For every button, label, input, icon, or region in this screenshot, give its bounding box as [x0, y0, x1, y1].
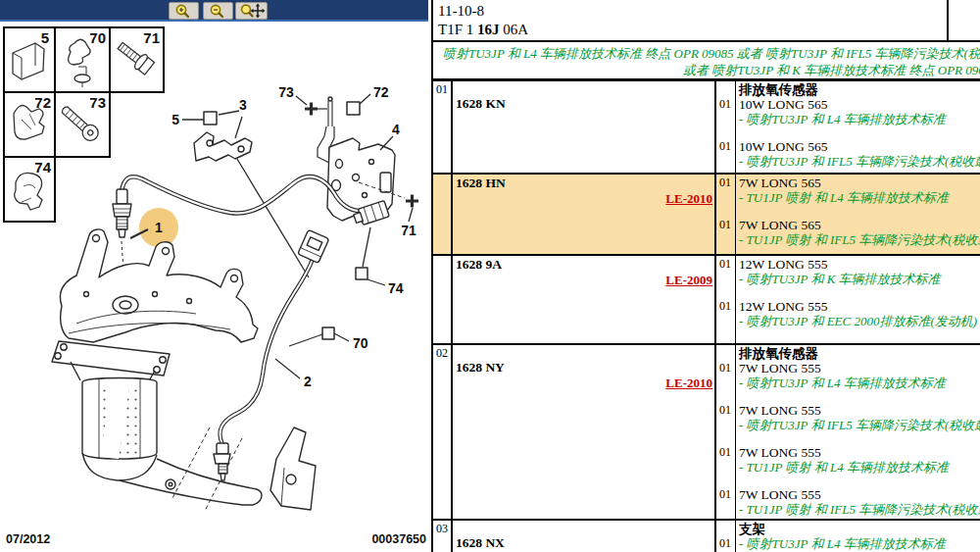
le-bulletin-link[interactable]: LE-2010	[433, 191, 714, 207]
row-list: 017W LONG 565 - TU1JP 喷射 和 L4 车辆排放技术标准 0…	[716, 176, 980, 247]
zoom-out-icon	[207, 3, 230, 19]
quantity: 01	[719, 403, 731, 418]
condition: - 喷射TU3JP 和 EEC 2000排放标准(发动机) 和 K 车辆排放技术…	[716, 314, 980, 328]
le-bulletin-link[interactable]: LE-2010	[433, 376, 714, 391]
part-row: 017W LONG 555 - TU1JP 喷射 和 L4 车辆排放技术标准	[716, 445, 980, 475]
part-name: 7W LONG 555	[739, 445, 821, 460]
part-name: 7W LONG 565	[739, 218, 821, 232]
condition: - 喷射TU3JP 和 K 车辆排放技术标准	[716, 272, 980, 286]
part-cell: 02 1628 NY LE-2010	[433, 345, 714, 519]
thumb-label-73: 73	[89, 94, 106, 111]
callout-5: 5	[172, 112, 179, 127]
condition: - TU1JP 喷射 和 L4 车辆排放技术标准	[716, 460, 980, 475]
callout-73: 73	[278, 84, 294, 100]
part-name: 7W LONG 555	[739, 487, 821, 502]
section-header: 排放氧传感器	[716, 82, 980, 97]
catalog-subcode: T1F 1 16J 06A	[438, 21, 980, 39]
part-line: 017W LONG 555	[716, 361, 980, 376]
part-row: 01- 喷射TU3JP 和 L4 车辆排放技术标准	[716, 536, 980, 551]
part-line: 0110W LONG 565	[716, 97, 980, 112]
parts-section: 1628 9A LE-2009 0112W LONG 555 - 喷射TU3JP…	[433, 254, 980, 343]
description-cell: 0112W LONG 555 - 喷射TU3JP 和 K 车辆排放技术标准 01…	[714, 256, 980, 343]
part-line: 017W LONG 555	[716, 403, 980, 418]
thumb-label-74: 74	[34, 159, 51, 176]
condition-line-2: 或者 喷射TU3JP 和 K 车辆排放技术标准 终点 OPR 09085	[433, 62, 980, 78]
part-line: 01- 喷射TU3JP 和 L4 车辆排放技术标准	[716, 536, 980, 551]
thumb-label-70: 70	[89, 29, 106, 46]
pan-icon	[238, 3, 266, 19]
callout-72: 72	[373, 84, 389, 100]
thumb-label-5: 5	[41, 29, 49, 46]
callout-4: 4	[392, 122, 400, 137]
diagram-pane: 5 70 71 72 73 74	[0, 0, 431, 552]
row-list: 0110W LONG 565 - 喷射TU3JP 和 L4 车辆排放技术标准 0…	[716, 97, 980, 169]
parts-table-body: 01 1628 KN 排放氧传感器 0110W LONG 565 - 喷射TU3…	[433, 81, 980, 552]
thumb-label-72: 72	[34, 94, 51, 111]
quantity: 01	[719, 536, 731, 551]
part-row: 0112W LONG 555 - 喷射TU3JP 和 K 车辆排放技术标准	[716, 257, 980, 286]
thumb-label-71: 71	[143, 29, 160, 46]
part-name: 7W LONG 565	[739, 176, 821, 190]
quantity: 01	[719, 299, 731, 314]
part-line: 017W LONG 565	[716, 176, 980, 190]
condition-line-1: 喷射TU3JP 和 L4 车辆排放技术标准 终点 OPR 09085 或者 喷射…	[433, 45, 980, 62]
part-row: 0110W LONG 565 - 喷射TU3JP 和 L4 车辆排放技术标准	[716, 97, 980, 126]
quantity: 01	[719, 218, 731, 232]
part-number: 1628 9A	[433, 257, 714, 273]
part-number: 1628 HN	[433, 176, 714, 191]
zoom-in-button[interactable]	[169, 2, 199, 20]
part-name: 10W LONG 565	[739, 139, 828, 154]
catalog-code: 11-10-8	[438, 2, 980, 21]
part-cell: 01 1628 KN	[433, 81, 714, 173]
condition: - 喷射TU3JP 和 IFL5 车辆降污染技术(税收鼓励)	[716, 418, 980, 432]
quantity: 01	[719, 445, 731, 460]
section-ref: 02	[433, 346, 714, 360]
row-list: 01- 喷射TU3JP 和 L4 车辆排放技术标准	[716, 536, 980, 551]
callout-74: 74	[388, 280, 404, 296]
condition: - 喷射TU3JP 和 L4 车辆排放技术标准	[716, 376, 980, 390]
quantity: 01	[719, 97, 731, 112]
part-name: 7W LONG 555	[739, 403, 821, 418]
quantity: 01	[719, 361, 731, 376]
part-number: 1628 NY	[433, 360, 714, 376]
section-ref: 01	[433, 82, 714, 96]
condition: - 喷射TU3JP 和 L4 车辆排放技术标准	[716, 112, 980, 126]
part-row: 017W LONG 565 - TU1JP 喷射 和 IFL5 车辆降污染技术(…	[716, 218, 980, 247]
header-divider	[947, 0, 949, 40]
document-number: 00037650	[371, 532, 426, 546]
callout-70: 70	[353, 335, 368, 351]
part-cell: 1628 9A LE-2009	[433, 256, 714, 343]
condition: - TU1JP 喷射 和 L4 车辆排放技术标准	[716, 190, 980, 205]
description-cell: 排放氧传感器 017W LONG 555 - 喷射TU3JP 和 L4 车辆排放…	[714, 345, 980, 519]
part-row: 017W LONG 555 - 喷射TU3JP 和 L4 车辆排放技术标准	[716, 361, 980, 390]
section-header: 排放氧传感器	[716, 346, 980, 361]
description-cell: 支架 01- 喷射TU3JP 和 L4 车辆排放技术标准	[714, 521, 980, 552]
condition: - 喷射TU3JP 和 IFL5 车辆降污染技术(税收鼓励)	[716, 154, 980, 169]
section-header: 支架	[716, 522, 980, 536]
quantity: 01	[719, 139, 731, 154]
part-line: 017W LONG 565	[716, 218, 980, 232]
description-cell: 排放氧传感器 0110W LONG 565 - 喷射TU3JP 和 L4 车辆排…	[714, 81, 980, 173]
applicability-conditions: 喷射TU3JP 和 L4 车辆排放技术标准 终点 OPR 09085 或者 喷射…	[433, 42, 980, 81]
condition: - TU1JP 喷射 和 IFL5 车辆降污染技术(税收鼓励)	[716, 232, 980, 247]
pan-button[interactable]	[235, 2, 268, 20]
part-line: 017W LONG 555	[716, 445, 980, 460]
part-row: 0112W LONG 555 - 喷射TU3JP 和 EEC 2000排放标准(…	[716, 299, 980, 328]
part-name: 7W LONG 555	[739, 361, 821, 376]
diagram-toolbar	[0, 0, 428, 22]
condition-inline: - 喷射TU3JP 和 L4 车辆排放技术标准	[739, 536, 946, 551]
part-row: 017W LONG 555 - 喷射TU3JP 和 IFL5 车辆降污染技术(税…	[716, 403, 980, 432]
quantity: 01	[719, 176, 731, 190]
parts-section: 1628 HN LE-2010 017W LONG 565 - TU1JP 喷射…	[433, 173, 980, 254]
part-row: 017W LONG 565 - TU1JP 喷射 和 L4 车辆排放技术标准	[716, 176, 980, 205]
parts-table-pane: 11-10-8 T1F 1 16J 06A 喷射TU3JP 和 L4 车辆排放技…	[431, 0, 980, 552]
quantity: 01	[719, 257, 731, 272]
le-bulletin-link[interactable]: LE-2009	[433, 273, 714, 288]
part-row: 0110W LONG 565 - 喷射TU3JP 和 IFL5 车辆降污染技术(…	[716, 139, 980, 169]
zoom-out-button[interactable]	[203, 2, 233, 20]
parts-section: 03 1628 NX 支架 01- 喷射TU3JP 和 L4 车辆排放技术标准	[433, 519, 980, 552]
row-list: 0112W LONG 555 - 喷射TU3JP 和 K 车辆排放技术标准 01…	[716, 257, 980, 328]
parts-section: 02 1628 NY LE-2010 排放氧传感器 017W LONG 555 …	[433, 343, 980, 519]
condition: - TU1JP 喷射 和 IFL5 车辆降污染技术(税收鼓励)	[716, 502, 980, 517]
part-cell: 03 1628 NX	[433, 521, 714, 552]
